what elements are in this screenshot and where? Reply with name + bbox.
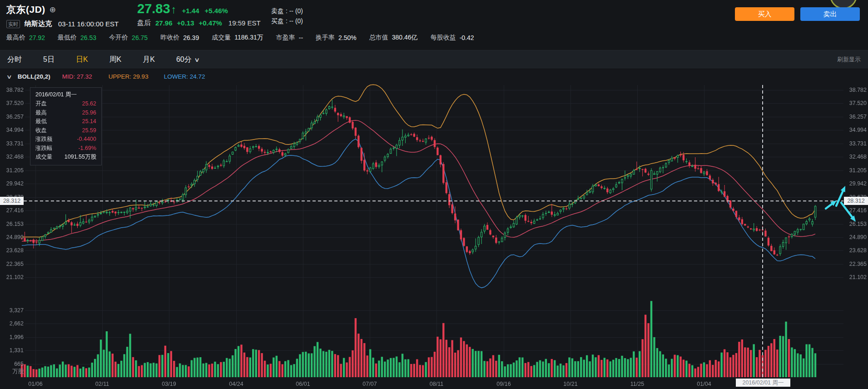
price-change-pct: +5.46%: [205, 7, 228, 15]
tab-周K[interactable]: 周K: [109, 55, 122, 65]
indicator-name[interactable]: BOLL(20,2): [18, 73, 50, 80]
stat-item: 成交量1186.31万: [212, 34, 263, 42]
tab-日K[interactable]: 日K: [76, 55, 88, 65]
price-axis-label-right: 32.468: [844, 153, 867, 160]
volume-axis-label: 1,331: [0, 347, 24, 354]
boll-mid-value: MID: 27.32: [62, 73, 92, 80]
x-axis-label: 06/01: [296, 380, 310, 388]
price-axis-label-right: 37.520: [844, 100, 867, 107]
stat-item: 市盈率--: [276, 34, 303, 42]
price-axis-label-right: 27.416: [844, 207, 867, 214]
realtime-badge: 实时: [6, 20, 20, 28]
crosshair-price-label-left: 28.312: [0, 197, 24, 205]
volume-axis-label: 1,996: [0, 334, 24, 341]
price-axis-label-right: 38.782: [844, 86, 867, 94]
indicator-bar: ∨ BOLL(20,2) MID: 27.32 UPPER: 29.93 LOW…: [0, 69, 868, 84]
tooltip-row: 涨跌额-0.4400: [35, 135, 96, 144]
stat-item: 总市值380.46亿: [369, 34, 418, 42]
price-up-arrow-icon: ↑: [171, 3, 177, 16]
price-axis-label-right: 22.365: [844, 260, 867, 268]
tooltip-row: 涨跌幅-1.69%: [35, 144, 96, 153]
crosshair-date-label: 2016/02/01 周一: [736, 379, 790, 387]
price-axis-label-left: 37.520: [0, 100, 24, 107]
sell-button[interactable]: 卖出: [800, 7, 860, 21]
tab-分时[interactable]: 分时: [7, 55, 22, 65]
price-axis-label-right: 24.890: [844, 234, 867, 241]
price-axis-label-right: 36.257: [844, 113, 867, 120]
buy-button[interactable]: 买入: [735, 7, 794, 21]
tab-月K[interactable]: 月K: [143, 55, 155, 65]
boll-upper-value: UPPER: 29.93: [109, 73, 149, 80]
stat-item: 每股收益-0.42: [431, 34, 474, 42]
crosshair-price-label-right: 28.312: [844, 197, 868, 205]
tooltip-row: 最高25.96: [35, 109, 96, 118]
stat-item: 最高价27.92: [6, 34, 45, 42]
price-axis-label-left: 27.416: [0, 207, 24, 214]
price-axis-label-right: 23.628: [844, 247, 867, 254]
x-axis-label: 08/11: [430, 380, 443, 388]
price-change: +1.44: [182, 7, 199, 15]
chevron-down-icon[interactable]: ∨: [194, 56, 200, 63]
price-axis-label-right: 34.994: [844, 126, 867, 134]
afterhours-change: +0.13: [177, 19, 194, 27]
quote-timestamp: 03-11 16:00:00 EST: [58, 20, 119, 28]
afterhours-price: 27.96: [155, 19, 173, 27]
stat-item: 今开价26.75: [109, 34, 148, 42]
afterhours-time: 19:59 EST: [228, 19, 261, 27]
refresh-display-button[interactable]: 刷新显示: [837, 55, 861, 64]
tooltip-date: 2016/02/01 周一: [35, 90, 96, 100]
exchange-name: 纳斯达克: [25, 20, 52, 28]
x-axis-label: 04/24: [229, 380, 243, 388]
header: 京东(JD) ⊕ 实时 纳斯达克 03-11 16:00:00 EST 27.8…: [0, 0, 868, 30]
x-axis-label: 03/19: [162, 380, 176, 388]
x-axis-label: 10/21: [563, 380, 577, 388]
current-price: 27.83: [137, 1, 170, 16]
price-axis-label-right: 21.102: [844, 274, 867, 281]
price-axis-label-right: 29.942: [844, 180, 867, 187]
tab-60分[interactable]: 60分∨: [176, 55, 199, 65]
price-axis-label-left: 36.257: [0, 113, 24, 120]
tooltip-row: 收盘25.59: [35, 126, 96, 135]
price-axis-label-left: 31.205: [0, 167, 24, 174]
x-axis-label: 02/11: [95, 380, 109, 388]
tooltip-row: 开盘25.62: [35, 100, 96, 109]
x-axis-label: 01/04: [697, 380, 711, 388]
price-axis-label-left: 24.890: [0, 234, 24, 241]
x-axis-label: 07/07: [362, 380, 377, 388]
volume-axis-unit: 万股: [0, 368, 24, 375]
afterhours-pct: +0.47%: [199, 19, 222, 27]
price-axis-label-left: 22.365: [0, 260, 24, 268]
stat-item: 最低价26.53: [58, 34, 96, 42]
price-axis-label-right: 26.153: [844, 220, 867, 228]
add-to-watchlist-icon[interactable]: ⊕: [50, 6, 56, 14]
x-axis-label: 11/25: [630, 380, 644, 388]
x-axis-label: 01/06: [28, 380, 42, 388]
buy-queue: 买盘 : -- (0): [271, 16, 303, 26]
volume-axis-label: 3,327: [0, 307, 24, 314]
afterhours-label: 盘后: [137, 19, 151, 27]
stats-bar: 最高价27.92最低价26.53今开价26.75昨收价26.39成交量1186.…: [0, 30, 868, 45]
price-axis-label-left: 26.153: [0, 220, 24, 228]
price-axis-label-left: 38.782: [0, 86, 24, 94]
price-axis-label-left: 33.731: [0, 140, 24, 147]
boll-lower-value: LOWER: 24.72: [164, 73, 205, 80]
stat-item: 换手率2.50%: [316, 34, 357, 42]
tooltip-row: 成交量1091.55万股: [35, 153, 96, 162]
price-axis-label-left: 32.468: [0, 153, 24, 160]
chevron-down-icon[interactable]: ∨: [6, 74, 12, 80]
period-tab-bar: 分时5日日K周K月K60分∨刷新显示: [0, 50, 868, 69]
candlestick-chart[interactable]: [0, 84, 868, 389]
chart-area: 2016/02/01 周一 开盘25.62最高25.96最低25.14收盘25.…: [0, 84, 868, 389]
price-axis-label-left: 23.628: [0, 247, 24, 254]
price-axis-label-right: 33.731: [844, 140, 867, 147]
stat-item: 昨收价26.39: [160, 34, 199, 42]
x-axis-label: 09/16: [496, 380, 511, 388]
price-axis-label-right: 31.205: [844, 167, 867, 174]
tooltip-row: 最低25.14: [35, 117, 96, 126]
tab-5日[interactable]: 5日: [43, 55, 55, 65]
candle-tooltip: 2016/02/01 周一 开盘25.62最高25.96最低25.14收盘25.…: [30, 87, 102, 165]
volume-axis-label: 665: [0, 360, 24, 368]
price-axis-label-left: 21.102: [0, 274, 24, 281]
price-axis-label-left: 29.942: [0, 180, 24, 187]
price-axis-label-left: 34.994: [0, 126, 24, 134]
